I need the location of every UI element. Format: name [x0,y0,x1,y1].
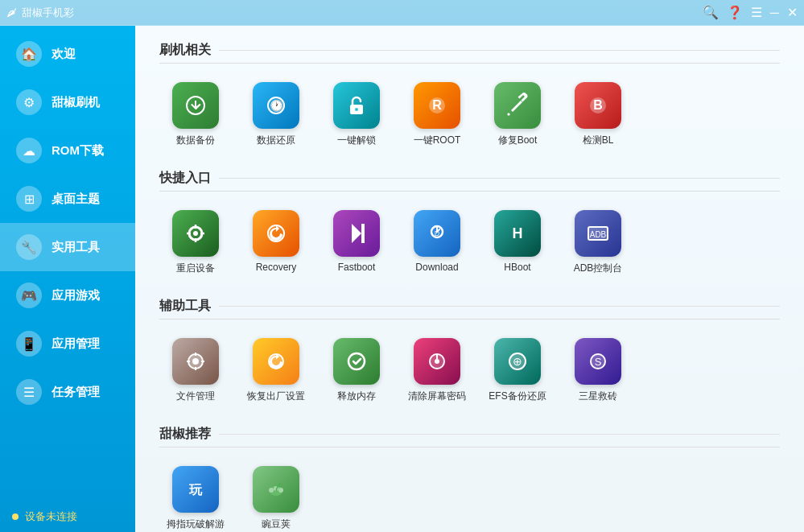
filemanage-label: 文件管理 [176,390,215,403]
theme-icon: ⊞ [16,186,42,212]
status-text: 设备未连接 [25,509,77,524]
flash-icon: ⚙ [16,89,42,115]
recovery-icon [253,210,299,257]
clearlock-label: 清除屏幕密码 [408,390,466,403]
svg-text:玩: 玩 [188,483,203,497]
download-item[interactable]: D Download [401,204,473,282]
svg-text:⊕: ⊕ [513,355,522,368]
svg-text:R: R [432,98,442,112]
backup-icon [172,82,219,129]
appmanage-icon: 📱 [16,331,42,357]
section-title-recommend: 甜椒推荐 [159,426,780,447]
efsbackup-item[interactable]: ⊕ EFS备份还原 [481,332,554,410]
svg-text:B: B [593,98,603,112]
adb-label: ADB控制台 [574,262,623,275]
samsungrecover-icon: S [575,338,621,385]
welcome-icon: 🏠 [16,41,42,67]
content-area: 刷机相关 数据备份 🕐 数据还原 一键解锁 [135,26,804,532]
backup-item[interactable]: 数据备份 [159,76,232,154]
samsungrecover-item[interactable]: S 三星救砖 [562,332,634,410]
rom-icon: ☁ [16,138,42,163]
backup-label: 数据备份 [176,134,215,147]
sidebar-item-appmanage[interactable]: 📱 应用管理 [0,320,135,368]
sidebar-item-rom[interactable]: ☁ ROM下载 [0,126,135,175]
recovery-item[interactable]: Recovery [240,204,312,282]
menu-icon[interactable]: ☰ [751,5,762,20]
checkbl-label: 检测BL [583,134,614,147]
checkbl-icon: B [575,82,621,129]
freemem-label: 释放内存 [337,390,376,403]
samsungrecover-label: 三星救砖 [579,390,617,403]
sidebar-item-tools[interactable]: 🔧 实用工具 [0,223,135,271]
svg-point-9 [193,231,198,236]
hboot-label: HBoot [504,262,530,273]
restore-item[interactable]: 🕐 数据还原 [240,76,312,154]
fastboot-item[interactable]: Fastboot [320,204,393,282]
fingergame-item[interactable]: 玩 拇指玩破解游戏 [159,460,232,532]
wandou-item[interactable]: 豌豆荚 [240,460,312,532]
fixboot-item[interactable]: 修复Boot [481,76,554,154]
freemem-icon [333,338,380,385]
restart-item[interactable]: 重启设备 [159,204,232,282]
unlock-icon [333,82,380,129]
minimize-icon[interactable]: ─ [770,6,779,20]
sidebar-item-games[interactable]: 🎮 应用游戏 [0,271,135,320]
download-icon: D [414,210,460,257]
sidebar-label-games: 应用游戏 [52,288,100,303]
taskmanage-icon: ☰ [16,379,42,405]
wandou-label: 豌豆荚 [262,518,291,531]
factoryreset-item[interactable]: 恢复出厂设置 [240,332,312,410]
fastboot-label: Fastboot [338,262,376,273]
unlock-label: 一键解锁 [337,134,376,147]
section-title-quick: 快捷入口 [159,170,780,192]
svg-point-3 [355,108,358,111]
wandou-icon [253,466,299,513]
sidebar-item-taskmanage[interactable]: ☰ 任务管理 [0,368,135,416]
svg-text:H: H [513,225,523,241]
hboot-item[interactable]: H HBoot [481,204,554,282]
clearlock-item[interactable]: 清除屏幕密码 [401,332,473,410]
status-dot [12,513,19,520]
clearlock-icon [414,338,460,385]
help-icon[interactable]: ❓ [727,5,743,20]
recovery-label: Recovery [256,262,297,273]
sidebar-label-rom: ROM下载 [52,143,104,159]
root-item[interactable]: R 一键ROOT [401,76,473,154]
aux-grid: 文件管理 恢复出厂设置 释放内存 清除屏幕密码 [159,332,780,410]
status-bar: 设备未连接 [0,501,135,532]
checkbl-item[interactable]: B 检测BL [562,76,634,154]
sidebar-label-theme: 桌面主题 [52,192,100,207]
search-icon[interactable]: 🔍 [703,5,719,20]
sidebar-item-theme[interactable]: ⊞ 桌面主题 [0,175,135,223]
svg-rect-12 [361,224,365,243]
adb-item[interactable]: ADB ADB控制台 [562,204,634,282]
adb-icon: ADB [575,210,621,257]
filemanage-item[interactable]: 文件管理 [159,332,232,410]
sidebar-item-flash[interactable]: ⚙ 甜椒刷机 [0,78,135,126]
sidebar-item-welcome[interactable]: 🏠 欢迎 [0,30,135,78]
root-label: 一键ROOT [414,134,461,147]
freemem-item[interactable]: 释放内存 [320,332,393,410]
svg-marker-11 [352,224,361,243]
fingergame-label: 拇指玩破解游戏 [163,518,228,532]
section-title-flash: 刷机相关 [159,42,780,64]
svg-point-33 [278,488,283,493]
restore-icon: 🕐 [253,82,299,129]
root-icon: R [414,82,460,129]
restore-label: 数据还原 [257,134,295,147]
fixboot-label: 修复Boot [498,134,538,147]
fastboot-icon [333,210,380,257]
titlebar-right: 🔍 ❓ ☰ ─ ✕ [703,5,798,20]
unlock-item[interactable]: 一键解锁 [320,76,393,154]
svg-point-21 [348,353,365,369]
svg-text:S: S [595,356,602,368]
sidebar: 🏠 欢迎 ⚙ 甜椒刷机 ☁ ROM下载 ⊞ 桌面主题 🔧 实用工具 🎮 应用游戏… [0,26,135,532]
close-icon[interactable]: ✕ [787,5,798,20]
quick-grid: 重启设备 Recovery Fastboot D Download [159,204,780,282]
efsbackup-label: EFS备份还原 [489,390,546,403]
app-icon: 🌶 [6,6,17,19]
svg-text:🕐: 🕐 [270,99,284,113]
section-title-aux: 辅助工具 [159,298,780,320]
app-title: 甜椒手机彩 [22,6,74,20]
svg-text:D: D [435,229,440,237]
